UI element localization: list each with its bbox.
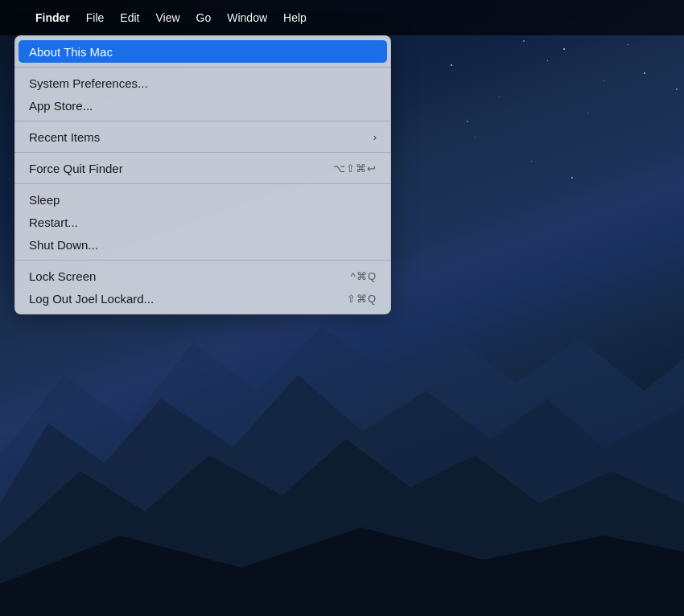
separator-1 <box>14 67 391 68</box>
about-this-mac-label: About This Mac <box>29 45 113 59</box>
force-quit-shortcut: ⌥⇧⌘↩ <box>333 162 377 175</box>
lock-screen-item[interactable]: Lock Screen ^⌘Q <box>14 265 391 287</box>
shut-down-item[interactable]: Shut Down... <box>14 233 391 256</box>
go-menu[interactable]: Go <box>188 8 220 27</box>
separator-5 <box>14 260 391 261</box>
system-preferences-label: System Preferences... <box>29 76 148 90</box>
system-preferences-item[interactable]: System Preferences... <box>14 72 391 94</box>
separator-3 <box>14 152 391 153</box>
app-store-label: App Store... <box>29 99 93 113</box>
lock-screen-shortcut: ^⌘Q <box>351 270 377 282</box>
force-quit-label: Force Quit Finder <box>29 162 123 175</box>
finder-menu[interactable]: Finder <box>27 8 78 27</box>
separator-2 <box>14 121 391 121</box>
app-store-item[interactable]: App Store... <box>14 94 391 117</box>
sleep-item[interactable]: Sleep <box>14 188 391 211</box>
log-out-item[interactable]: Log Out Joel Lockard... ⇧⌘Q <box>14 287 391 310</box>
lock-screen-label: Lock Screen <box>29 269 96 283</box>
recent-items-item[interactable]: Recent Items › <box>14 125 391 148</box>
window-menu[interactable]: Window <box>219 8 275 27</box>
restart-item[interactable]: Restart... <box>14 211 391 233</box>
menubar: Finder File Edit View Go Window Help <box>0 0 684 35</box>
recent-items-label: Recent Items <box>29 130 100 144</box>
recent-items-arrow-icon: › <box>373 131 377 143</box>
restart-label: Restart... <box>29 216 78 229</box>
sleep-label: Sleep <box>29 193 60 207</box>
file-menu[interactable]: File <box>78 8 113 27</box>
edit-menu[interactable]: Edit <box>112 8 147 27</box>
log-out-label: Log Out Joel Lockard... <box>29 292 154 306</box>
apple-menu-button[interactable] <box>13 14 26 21</box>
apple-dropdown-menu: About This Mac System Preferences... App… <box>14 35 391 314</box>
about-this-mac-item[interactable]: About This Mac <box>19 40 387 63</box>
separator-4 <box>14 183 391 184</box>
shut-down-label: Shut Down... <box>29 238 98 252</box>
force-quit-item[interactable]: Force Quit Finder ⌥⇧⌘↩ <box>14 157 391 179</box>
log-out-shortcut: ⇧⌘Q <box>347 293 377 305</box>
view-menu[interactable]: View <box>147 8 187 27</box>
help-menu[interactable]: Help <box>275 8 315 27</box>
